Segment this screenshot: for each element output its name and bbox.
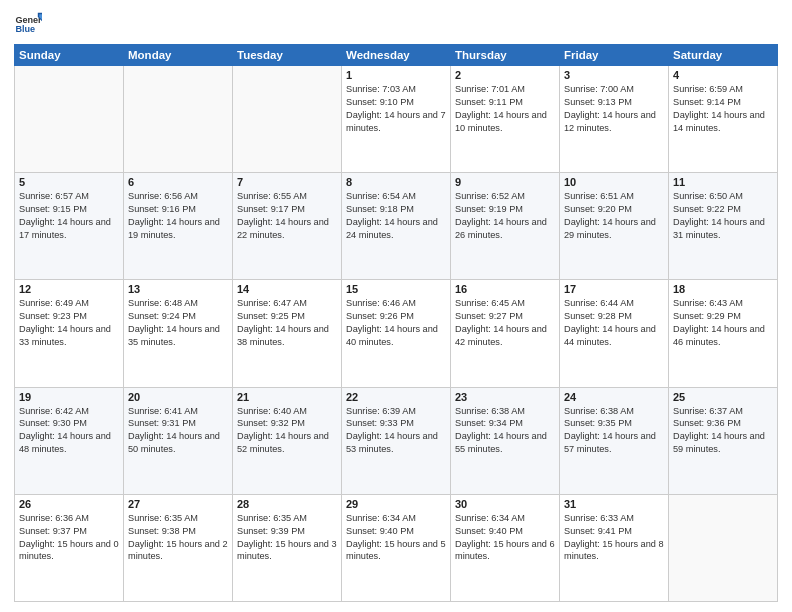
day-number: 17 bbox=[564, 283, 664, 295]
col-header-friday: Friday bbox=[560, 45, 669, 66]
day-number: 31 bbox=[564, 498, 664, 510]
cell-info: Sunrise: 6:41 AM bbox=[128, 405, 228, 418]
calendar-header-row: SundayMondayTuesdayWednesdayThursdayFrid… bbox=[15, 45, 778, 66]
cell-info: Daylight: 14 hours and 44 minutes. bbox=[564, 323, 664, 349]
day-number: 16 bbox=[455, 283, 555, 295]
calendar-cell: 7Sunrise: 6:55 AMSunset: 9:17 PMDaylight… bbox=[233, 173, 342, 280]
calendar-week-row: 5Sunrise: 6:57 AMSunset: 9:15 PMDaylight… bbox=[15, 173, 778, 280]
day-number: 14 bbox=[237, 283, 337, 295]
cell-info: Sunrise: 7:00 AM bbox=[564, 83, 664, 96]
calendar-table: SundayMondayTuesdayWednesdayThursdayFrid… bbox=[14, 44, 778, 602]
calendar-cell: 15Sunrise: 6:46 AMSunset: 9:26 PMDayligh… bbox=[342, 280, 451, 387]
calendar-cell: 24Sunrise: 6:38 AMSunset: 9:35 PMDayligh… bbox=[560, 387, 669, 494]
day-number: 27 bbox=[128, 498, 228, 510]
calendar-cell: 2Sunrise: 7:01 AMSunset: 9:11 PMDaylight… bbox=[451, 66, 560, 173]
cell-info: Sunset: 9:41 PM bbox=[564, 525, 664, 538]
cell-info: Daylight: 14 hours and 26 minutes. bbox=[455, 216, 555, 242]
cell-info: Sunset: 9:17 PM bbox=[237, 203, 337, 216]
cell-info: Sunset: 9:28 PM bbox=[564, 310, 664, 323]
day-number: 7 bbox=[237, 176, 337, 188]
cell-info: Sunrise: 6:35 AM bbox=[237, 512, 337, 525]
calendar-cell bbox=[15, 66, 124, 173]
cell-info: Daylight: 14 hours and 19 minutes. bbox=[128, 216, 228, 242]
cell-info: Daylight: 15 hours and 3 minutes. bbox=[237, 538, 337, 564]
calendar-week-row: 26Sunrise: 6:36 AMSunset: 9:37 PMDayligh… bbox=[15, 494, 778, 601]
calendar-cell: 4Sunrise: 6:59 AMSunset: 9:14 PMDaylight… bbox=[669, 66, 778, 173]
calendar-cell: 3Sunrise: 7:00 AMSunset: 9:13 PMDaylight… bbox=[560, 66, 669, 173]
calendar-cell: 17Sunrise: 6:44 AMSunset: 9:28 PMDayligh… bbox=[560, 280, 669, 387]
cell-info: Sunset: 9:23 PM bbox=[19, 310, 119, 323]
calendar-cell: 9Sunrise: 6:52 AMSunset: 9:19 PMDaylight… bbox=[451, 173, 560, 280]
svg-text:Blue: Blue bbox=[15, 24, 35, 34]
cell-info: Sunrise: 6:35 AM bbox=[128, 512, 228, 525]
day-number: 12 bbox=[19, 283, 119, 295]
cell-info: Daylight: 14 hours and 33 minutes. bbox=[19, 323, 119, 349]
cell-info: Sunset: 9:31 PM bbox=[128, 417, 228, 430]
cell-info: Sunset: 9:19 PM bbox=[455, 203, 555, 216]
cell-info: Daylight: 15 hours and 0 minutes. bbox=[19, 538, 119, 564]
day-number: 24 bbox=[564, 391, 664, 403]
col-header-thursday: Thursday bbox=[451, 45, 560, 66]
calendar-cell bbox=[669, 494, 778, 601]
cell-info: Sunset: 9:30 PM bbox=[19, 417, 119, 430]
day-number: 13 bbox=[128, 283, 228, 295]
cell-info: Daylight: 14 hours and 24 minutes. bbox=[346, 216, 446, 242]
cell-info: Daylight: 14 hours and 22 minutes. bbox=[237, 216, 337, 242]
day-number: 1 bbox=[346, 69, 446, 81]
cell-info: Sunset: 9:29 PM bbox=[673, 310, 773, 323]
calendar-cell: 6Sunrise: 6:56 AMSunset: 9:16 PMDaylight… bbox=[124, 173, 233, 280]
cell-info: Sunrise: 6:40 AM bbox=[237, 405, 337, 418]
cell-info: Sunset: 9:10 PM bbox=[346, 96, 446, 109]
cell-info: Sunrise: 6:46 AM bbox=[346, 297, 446, 310]
col-header-sunday: Sunday bbox=[15, 45, 124, 66]
cell-info: Daylight: 14 hours and 52 minutes. bbox=[237, 430, 337, 456]
calendar-cell: 25Sunrise: 6:37 AMSunset: 9:36 PMDayligh… bbox=[669, 387, 778, 494]
cell-info: Daylight: 14 hours and 42 minutes. bbox=[455, 323, 555, 349]
cell-info: Sunrise: 6:48 AM bbox=[128, 297, 228, 310]
cell-info: Daylight: 15 hours and 2 minutes. bbox=[128, 538, 228, 564]
cell-info: Sunrise: 6:34 AM bbox=[346, 512, 446, 525]
day-number: 2 bbox=[455, 69, 555, 81]
cell-info: Daylight: 14 hours and 14 minutes. bbox=[673, 109, 773, 135]
cell-info: Daylight: 14 hours and 29 minutes. bbox=[564, 216, 664, 242]
day-number: 22 bbox=[346, 391, 446, 403]
cell-info: Sunset: 9:32 PM bbox=[237, 417, 337, 430]
day-number: 23 bbox=[455, 391, 555, 403]
calendar-cell: 19Sunrise: 6:42 AMSunset: 9:30 PMDayligh… bbox=[15, 387, 124, 494]
day-number: 15 bbox=[346, 283, 446, 295]
cell-info: Sunset: 9:27 PM bbox=[455, 310, 555, 323]
cell-info: Daylight: 14 hours and 12 minutes. bbox=[564, 109, 664, 135]
calendar-cell: 13Sunrise: 6:48 AMSunset: 9:24 PMDayligh… bbox=[124, 280, 233, 387]
cell-info: Sunrise: 6:36 AM bbox=[19, 512, 119, 525]
cell-info: Sunset: 9:39 PM bbox=[237, 525, 337, 538]
cell-info: Sunset: 9:25 PM bbox=[237, 310, 337, 323]
cell-info: Daylight: 14 hours and 55 minutes. bbox=[455, 430, 555, 456]
col-header-saturday: Saturday bbox=[669, 45, 778, 66]
page: General Blue SundayMondayTuesdayWednesda… bbox=[0, 0, 792, 612]
cell-info: Daylight: 14 hours and 35 minutes. bbox=[128, 323, 228, 349]
calendar-week-row: 19Sunrise: 6:42 AMSunset: 9:30 PMDayligh… bbox=[15, 387, 778, 494]
cell-info: Daylight: 15 hours and 6 minutes. bbox=[455, 538, 555, 564]
cell-info: Sunset: 9:22 PM bbox=[673, 203, 773, 216]
cell-info: Sunrise: 6:49 AM bbox=[19, 297, 119, 310]
cell-info: Sunrise: 6:38 AM bbox=[564, 405, 664, 418]
cell-info: Sunrise: 6:38 AM bbox=[455, 405, 555, 418]
calendar-cell: 20Sunrise: 6:41 AMSunset: 9:31 PMDayligh… bbox=[124, 387, 233, 494]
cell-info: Daylight: 14 hours and 46 minutes. bbox=[673, 323, 773, 349]
calendar-cell: 23Sunrise: 6:38 AMSunset: 9:34 PMDayligh… bbox=[451, 387, 560, 494]
cell-info: Sunset: 9:20 PM bbox=[564, 203, 664, 216]
cell-info: Sunset: 9:14 PM bbox=[673, 96, 773, 109]
cell-info: Sunrise: 6:39 AM bbox=[346, 405, 446, 418]
calendar-cell: 8Sunrise: 6:54 AMSunset: 9:18 PMDaylight… bbox=[342, 173, 451, 280]
calendar-cell: 16Sunrise: 6:45 AMSunset: 9:27 PMDayligh… bbox=[451, 280, 560, 387]
cell-info: Sunrise: 6:59 AM bbox=[673, 83, 773, 96]
cell-info: Sunrise: 6:52 AM bbox=[455, 190, 555, 203]
cell-info: Daylight: 14 hours and 38 minutes. bbox=[237, 323, 337, 349]
calendar-cell: 12Sunrise: 6:49 AMSunset: 9:23 PMDayligh… bbox=[15, 280, 124, 387]
calendar-cell: 10Sunrise: 6:51 AMSunset: 9:20 PMDayligh… bbox=[560, 173, 669, 280]
day-number: 29 bbox=[346, 498, 446, 510]
cell-info: Daylight: 15 hours and 8 minutes. bbox=[564, 538, 664, 564]
col-header-wednesday: Wednesday bbox=[342, 45, 451, 66]
day-number: 5 bbox=[19, 176, 119, 188]
day-number: 30 bbox=[455, 498, 555, 510]
